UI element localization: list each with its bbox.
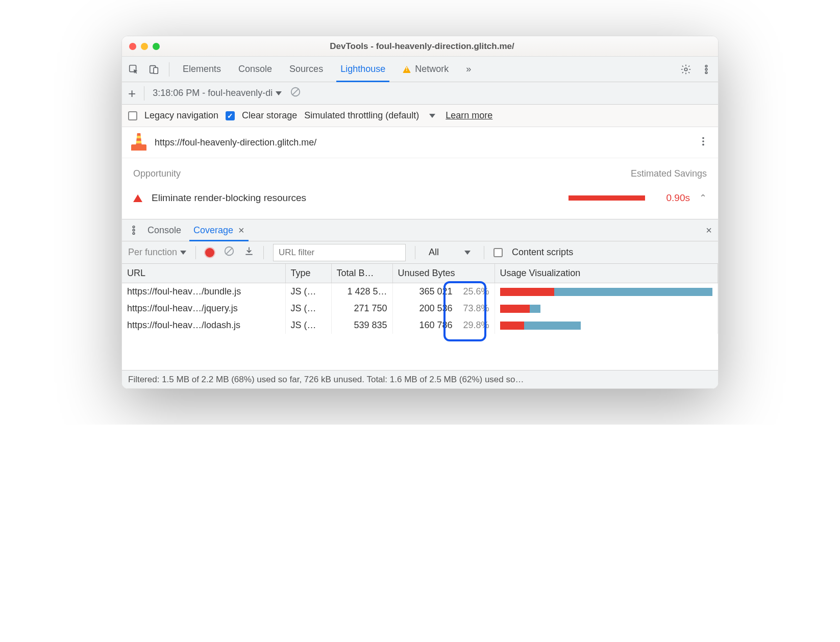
content-scripts-label: Content scripts (512, 247, 573, 258)
col-type[interactable]: Type (285, 264, 331, 283)
col-total[interactable]: Total B… (331, 264, 392, 283)
svg-point-6 (705, 71, 707, 73)
titlebar: DevTools - foul-heavenly-direction.glitc… (122, 36, 718, 57)
lighthouse-icon (131, 134, 146, 151)
cell-url: https://foul-heav…/lodash.js (122, 317, 285, 334)
report-menu-icon[interactable] (698, 136, 709, 150)
minimize-window-button[interactable] (141, 43, 148, 50)
url-filter-input[interactable] (273, 244, 406, 261)
svg-point-13 (133, 229, 135, 231)
granularity-select[interactable]: Per function (128, 247, 186, 258)
svg-point-10 (702, 140, 704, 142)
settings-gear-icon[interactable] (680, 64, 691, 75)
devtools-window: DevTools - foul-heavenly-direction.glitc… (121, 36, 719, 389)
kebab-menu-icon[interactable] (701, 64, 712, 75)
drawer-tab-coverage[interactable]: Coverage × (189, 219, 249, 241)
throttling-caret-icon[interactable] (429, 114, 435, 118)
new-report-button[interactable]: + (128, 87, 136, 100)
main-toolbar: Elements Console Sources Lighthouse Netw… (122, 57, 718, 82)
close-window-button[interactable] (129, 43, 136, 50)
history-label: 3:18:06 PM - foul-heavenly-di (153, 88, 273, 98)
type-filter-select[interactable]: All (425, 247, 475, 258)
drawer-menu-icon[interactable] (128, 225, 139, 236)
cell-unused: 365 02125.6% (392, 283, 495, 300)
tab-label: Lighthouse (340, 64, 385, 75)
legacy-navigation-checkbox[interactable] (128, 111, 137, 120)
report-history-select[interactable]: 3:18:06 PM - foul-heavenly-di (153, 88, 282, 98)
lighthouse-run-bar: + 3:18:06 PM - foul-heavenly-di (122, 82, 718, 105)
svg-point-3 (684, 68, 687, 71)
fail-triangle-icon (133, 194, 142, 202)
svg-rect-2 (154, 67, 158, 73)
opportunity-item[interactable]: Eliminate render-blocking resources 0.90… (122, 185, 718, 219)
content-scripts-checkbox[interactable] (493, 248, 503, 257)
tab-label: Elements (183, 64, 221, 75)
cell-unused: 160 78629.8% (392, 317, 495, 334)
table-row[interactable]: https://foul-heav…/bundle.jsJS (…1 428 5… (122, 283, 718, 300)
chevron-up-icon[interactable]: ⌃ (699, 192, 707, 204)
svg-point-9 (702, 137, 704, 139)
svg-line-16 (226, 248, 233, 255)
drawer-tabs: Console Coverage × × (122, 219, 718, 241)
tab-console[interactable]: Console (234, 57, 276, 82)
tab-label: Console (238, 64, 272, 75)
svg-line-8 (292, 89, 299, 95)
report-url-row: https://foul-heavenly-direction.glitch.m… (122, 127, 718, 158)
warning-icon (403, 66, 411, 73)
col-url[interactable]: URL (122, 264, 285, 283)
drawer-tab-console[interactable]: Console (147, 219, 181, 241)
zoom-window-button[interactable] (153, 43, 160, 50)
cell-viz (495, 283, 718, 300)
legacy-navigation-label: Legacy navigation (144, 110, 218, 121)
status-text: Filtered: 1.5 MB of 2.2 MB (68%) used so… (128, 375, 524, 385)
tab-network[interactable]: Network (399, 57, 453, 82)
type-filter-label: All (429, 247, 439, 258)
table-row[interactable]: https://foul-heav…/jquery.jsJS (…271 750… (122, 300, 718, 317)
close-tab-icon[interactable]: × (238, 225, 244, 236)
more-tabs-button[interactable]: » (462, 57, 475, 82)
svg-point-12 (133, 226, 135, 228)
clear-storage-label: Clear storage (242, 110, 297, 121)
svg-point-5 (705, 68, 707, 70)
throttling-label: Simulated throttling (default) (304, 110, 419, 121)
cell-viz (495, 317, 718, 334)
cell-type: JS (… (285, 317, 331, 334)
table-row[interactable]: https://foul-heav…/lodash.jsJS (…539 835… (122, 317, 718, 334)
savings-header-label: Estimated Savings (631, 168, 707, 179)
cell-viz (495, 300, 718, 317)
granularity-label: Per function (128, 247, 177, 258)
inspect-element-icon[interactable] (128, 64, 139, 75)
window-controls (129, 43, 160, 50)
col-unused[interactable]: Unused Bytes (392, 264, 495, 283)
table-header-row: URL Type Total B… Unused Bytes Usage Vis… (122, 264, 718, 283)
device-toggle-icon[interactable] (149, 64, 160, 75)
opportunity-label: Eliminate render-blocking resources (152, 192, 306, 204)
cell-type: JS (… (285, 300, 331, 317)
tab-lighthouse[interactable]: Lighthouse (336, 57, 389, 82)
coverage-table: URL Type Total B… Unused Bytes Usage Vis… (122, 264, 718, 283)
cell-url: https://foul-heav…/bundle.js (122, 283, 285, 300)
tab-label: Network (415, 64, 449, 75)
savings-time: 0.90s (654, 192, 690, 204)
opportunity-header-label: Opportunity (133, 168, 181, 179)
cell-url: https://foul-heav…/jquery.js (122, 300, 285, 317)
close-drawer-icon[interactable]: × (706, 225, 712, 236)
chevron-right-icon: » (466, 64, 471, 75)
clear-coverage-icon[interactable] (224, 245, 235, 259)
record-button[interactable] (205, 248, 214, 257)
svg-point-11 (702, 143, 704, 145)
learn-more-link[interactable]: Learn more (446, 110, 492, 121)
export-coverage-icon[interactable] (244, 246, 254, 259)
clear-report-icon[interactable] (290, 86, 301, 100)
caret-down-icon (464, 251, 471, 255)
cell-unused: 200 53673.8% (392, 300, 495, 317)
cell-type: JS (… (285, 283, 331, 300)
tab-sources[interactable]: Sources (285, 57, 327, 82)
tab-label: Console (147, 225, 181, 236)
cell-total: 1 428 5… (331, 283, 392, 300)
tab-elements[interactable]: Elements (179, 57, 225, 82)
clear-storage-checkbox[interactable] (226, 111, 235, 120)
svg-point-4 (705, 65, 707, 67)
coverage-status-bar: Filtered: 1.5 MB of 2.2 MB (68%) used so… (122, 370, 718, 388)
col-viz[interactable]: Usage Visualization (495, 264, 718, 283)
